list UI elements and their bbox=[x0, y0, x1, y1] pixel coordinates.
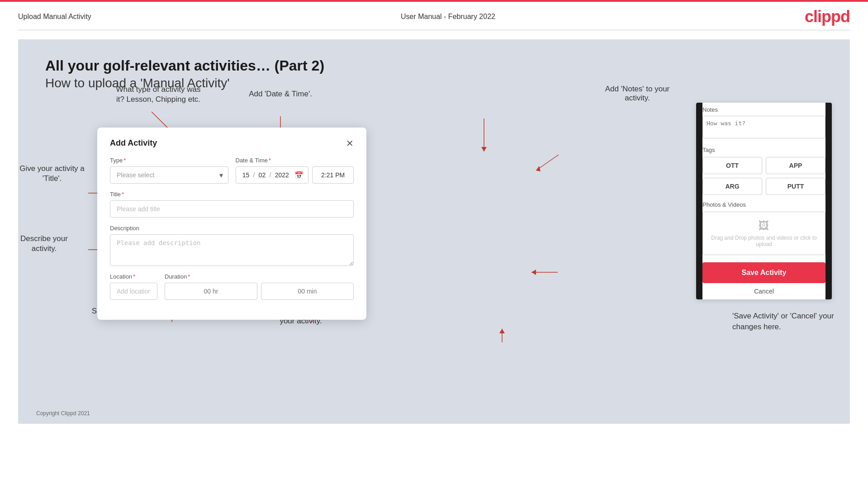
type-select-wrapper: Please select bbox=[110, 166, 228, 184]
date-year[interactable] bbox=[273, 171, 291, 179]
upload-icon: 🖼 bbox=[710, 219, 818, 232]
location-label: Location* bbox=[110, 273, 157, 280]
photos-upload-area[interactable]: 🖼 Drag and Drop photos and videos or cli… bbox=[702, 212, 825, 255]
manual-title: User Manual - February 2022 bbox=[401, 13, 495, 21]
svg-marker-17 bbox=[531, 270, 536, 275]
phone-content: Notes Tags OTT APP ARG PUTT Photos & Vid… bbox=[702, 103, 825, 299]
date-day[interactable] bbox=[241, 171, 251, 179]
date-input-group[interactable]: / / 📅 bbox=[236, 166, 309, 184]
description-textarea[interactable] bbox=[110, 234, 354, 266]
svg-line-14 bbox=[536, 155, 559, 171]
notes-input[interactable] bbox=[702, 116, 825, 138]
photos-placeholder: Drag and Drop photos and videos or click… bbox=[710, 235, 818, 247]
datetime-group: Date & Time* / / 📅 bbox=[236, 157, 354, 184]
type-label: Type* bbox=[110, 157, 228, 164]
location-duration-row: Location* Duration* bbox=[110, 273, 354, 300]
type-datetime-row: Type* Please select Date & Time* / bbox=[110, 157, 354, 184]
tag-arg[interactable]: ARG bbox=[702, 178, 762, 195]
date-month[interactable] bbox=[256, 171, 267, 179]
top-bar: Upload Manual Activity User Manual - Feb… bbox=[0, 0, 868, 30]
svg-marker-15 bbox=[536, 166, 541, 171]
duration-label: Duration* bbox=[165, 273, 354, 280]
duration-min-input[interactable] bbox=[261, 283, 354, 300]
annotation-save: 'Save Activity' or 'Cancel' your changes… bbox=[732, 311, 836, 332]
tags-label: Tags bbox=[702, 147, 825, 153]
svg-marker-19 bbox=[499, 329, 505, 333]
type-select[interactable]: Please select bbox=[110, 166, 228, 184]
duration-inputs bbox=[165, 283, 354, 300]
annotation-date-time: Add 'Date & Time'. bbox=[240, 89, 321, 99]
tag-app[interactable]: APP bbox=[766, 157, 825, 174]
tag-putt[interactable]: PUTT bbox=[766, 178, 825, 195]
modal-header: Add Activity ✕ bbox=[110, 138, 354, 148]
page-title: All your golf-relevant activities… (Part… bbox=[45, 57, 823, 74]
duration-hr-input[interactable] bbox=[165, 283, 257, 300]
phone-panel: Notes Tags OTT APP ARG PUTT Photos & Vid… bbox=[696, 103, 832, 299]
location-group: Location* bbox=[110, 273, 157, 300]
datetime-label: Date & Time* bbox=[236, 157, 354, 164]
tags-section: Tags OTT APP ARG PUTT bbox=[702, 147, 825, 195]
tag-ott[interactable]: OTT bbox=[702, 157, 762, 174]
annotation-describe: Describe your activity. bbox=[9, 234, 79, 254]
save-activity-button[interactable]: Save Activity bbox=[702, 262, 825, 283]
main-content: All your golf-relevant activities… (Part… bbox=[18, 39, 850, 424]
time-input[interactable] bbox=[312, 166, 354, 184]
type-group: Type* Please select bbox=[110, 157, 228, 184]
photos-section: Photos & Videos 🖼 Drag and Drop photos a… bbox=[702, 201, 825, 255]
calendar-icon: 📅 bbox=[294, 171, 304, 180]
description-group: Description bbox=[110, 225, 354, 266]
phone-side-right bbox=[825, 103, 832, 299]
title-input[interactable] bbox=[110, 200, 354, 218]
logo: clippd bbox=[805, 7, 850, 26]
tags-grid: OTT APP ARG PUTT bbox=[702, 157, 825, 195]
photos-label: Photos & Videos bbox=[702, 201, 825, 208]
description-label: Description bbox=[110, 225, 354, 232]
cancel-button[interactable]: Cancel bbox=[702, 288, 825, 299]
svg-marker-13 bbox=[481, 147, 487, 152]
duration-group: Duration* bbox=[165, 273, 354, 300]
annotation-notes: Add 'Notes' to your activity. bbox=[592, 85, 683, 103]
modal-close-button[interactable]: ✕ bbox=[346, 139, 354, 148]
copyright: Copyright Clippd 2021 bbox=[36, 410, 90, 417]
title-group: Title* bbox=[110, 191, 354, 218]
phone-side-left bbox=[696, 103, 702, 299]
annotation-title: Give your activity a 'Title'. bbox=[16, 164, 88, 184]
add-activity-modal: Add Activity ✕ Type* Please select Date … bbox=[97, 128, 366, 320]
location-input[interactable] bbox=[110, 283, 157, 300]
header-divider bbox=[18, 30, 850, 30]
page-label: Upload Manual Activity bbox=[18, 13, 91, 21]
annotation-activity-type: What type of activity was it? Lesson, Ch… bbox=[113, 85, 204, 104]
modal-title: Add Activity bbox=[110, 138, 157, 148]
title-label: Title* bbox=[110, 191, 354, 198]
notes-label: Notes bbox=[702, 103, 825, 113]
